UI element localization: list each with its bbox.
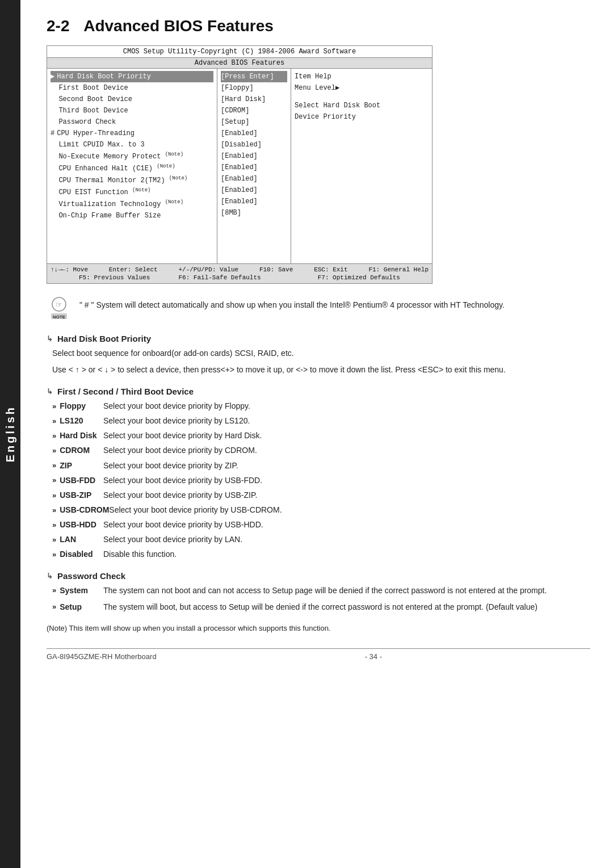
section-arrow-icon: ↳ <box>47 334 53 343</box>
boot-device-title: ↳ First / Second / Third Boot Device <box>47 387 590 396</box>
bios-row: On-Chip Frame Buffer Size <box>51 210 213 221</box>
boot-item-name: LAN <box>60 533 76 546</box>
bullet-arrow-icon: » <box>52 400 56 412</box>
password-check-title: ↳ Password Check <box>47 571 590 581</box>
boot-item-disabled: » Disabled Disable this function. <box>52 548 590 561</box>
bullet-arrow-icon: » <box>52 415 56 427</box>
footer-failsafe: F6: Fail-Safe Defaults <box>178 274 261 281</box>
boot-item-desc: Select your boot device priority by Flop… <box>103 400 590 413</box>
bios-value-row: [Enabled] <box>221 162 287 173</box>
boot-item-desc: Select your boot device priority by USB-… <box>103 474 590 487</box>
row-value: [Hard Disk] <box>221 94 266 104</box>
bios-footer: ↑↓→←: Move Enter: Select +/-/PU/PD: Valu… <box>47 264 432 283</box>
password-item-system: » System The system can not boot and can… <box>52 584 590 597</box>
svg-text:☞: ☞ <box>56 300 62 309</box>
footer-save: F10: Save <box>259 266 293 273</box>
boot-item-name: LS120 <box>60 414 83 427</box>
bios-body: ▶ Hard Disk Boot Priority First Boot Dev… <box>47 69 432 264</box>
bios-right-panel: Item Help Menu Level▶ Select Hard Disk B… <box>291 69 432 263</box>
boot-item-name: USB-CDROM <box>60 504 109 517</box>
hard-disk-title: ↳ Hard Disk Boot Priority <box>47 334 590 343</box>
password-item-setup: » Setup The system will boot, but access… <box>52 601 590 614</box>
bios-screen: CMOS Setup Utility-Copyright (C) 1984-20… <box>47 45 433 284</box>
boot-device-body: » Floppy Select your boot device priorit… <box>52 400 590 561</box>
note-icon: ☞ NOTE <box>47 296 72 321</box>
boot-item-desc: Select your boot device priority by LAN. <box>103 533 590 546</box>
footer-prev: F5: Previous Values <box>79 274 150 281</box>
row-value: [8MB] <box>221 208 241 218</box>
bios-row: Password Check <box>51 116 213 128</box>
bios-footer-row2: F5: Previous Values F6: Fail-Safe Defaul… <box>51 274 429 282</box>
bullet-arrow-icon: » <box>52 548 56 560</box>
hard-disk-para1: Select boot sequence for onboard(or add-… <box>52 347 590 360</box>
row-value: [Enabled] <box>221 151 258 161</box>
bullet-arrow-icon: » <box>52 445 56 456</box>
boot-item-desc: Select your boot device priority by ZIP. <box>103 459 590 472</box>
bios-value-row: [Hard Disk] <box>221 94 287 105</box>
boot-item-desc: Select your boot device priority by USB-… <box>103 518 590 531</box>
bios-row: Virtualization Technology (Note) <box>51 198 213 210</box>
bios-row: # CPU Hyper-Threading <box>51 128 213 139</box>
help-menu-level: Menu Level▶ <box>295 82 429 94</box>
footer-value: +/-/PU/PD: Value <box>178 266 238 273</box>
row-value: [Press Enter] <box>221 72 274 82</box>
row-label: On-Chip Frame Buffer Size <box>51 211 213 221</box>
bullet-arrow-icon: » <box>52 474 56 486</box>
row-value: [Enabled] <box>221 162 258 173</box>
hard-disk-section: ↳ Hard Disk Boot Priority Select boot se… <box>47 334 590 376</box>
bottom-note: (Note) This item will show up when you i… <box>47 624 590 632</box>
bios-header-sub: Advanced BIOS Features <box>47 58 432 69</box>
note-svg-icon: ☞ NOTE <box>47 296 72 321</box>
bios-value-row: [Disabled] <box>221 139 287 150</box>
boot-item-lan: » LAN Select your boot device priority b… <box>52 533 590 546</box>
footer-move: ↑↓→←: Move <box>51 266 88 273</box>
bios-value-row: [Enabled] <box>221 184 287 196</box>
bios-row: ▶ Hard Disk Boot Priority <box>51 71 213 82</box>
row-label: Third Boot Device <box>51 106 213 116</box>
page-footer: GA-8I945GZME-RH Motherboard - 34 - <box>47 648 590 661</box>
password-check-title-text: Password Check <box>57 571 125 581</box>
boot-item-usbfdd: » USB-FDD Select your boot device priori… <box>52 474 590 487</box>
row-value: [Enabled] <box>221 128 258 139</box>
bullet-arrow-icon: » <box>52 519 56 531</box>
bios-row: CPU Thermal Monitor 2(TM2) (Note) <box>51 174 213 186</box>
boot-item-ls120: » LS120 Select your boot device priority… <box>52 414 590 427</box>
bios-row: First Boot Device <box>51 82 213 94</box>
boot-device-title-text: First / Second / Third Boot Device <box>57 387 194 396</box>
boot-item-desc: Select your boot device priority by CDRO… <box>103 444 590 457</box>
bullet-arrow-icon: » <box>52 601 56 613</box>
password-item-desc: The system will boot, but access to Setu… <box>103 601 590 614</box>
section-name: Advanced BIOS Features <box>83 17 274 35</box>
row-label: CPU Thermal Monitor 2(TM2) (Note) <box>51 175 213 186</box>
row-label: Limit CPUID Max. to 3 <box>51 140 213 150</box>
boot-item-desc: Disable this function. <box>103 548 590 561</box>
boot-item-desc: Select your boot device priority by LS12… <box>103 414 590 427</box>
boot-item-floppy: » Floppy Select your boot device priorit… <box>52 400 590 413</box>
boot-item-name: USB-FDD <box>60 474 95 487</box>
row-value: [Enabled] <box>221 185 258 195</box>
footer-exit: ESC: Exit <box>314 266 347 273</box>
row-label: Virtualization Technology (Note) <box>51 199 213 209</box>
row-value: [Setup] <box>221 117 249 127</box>
boot-device-section: ↳ First / Second / Third Boot Device » F… <box>47 387 590 561</box>
bios-row: CPU EIST Function (Note) <box>51 186 213 198</box>
note-text: " # " System will detect automatically a… <box>79 296 505 311</box>
bios-row: CPU Enhanced Halt (C1E) (Note) <box>51 162 213 174</box>
hard-disk-title-text: Hard Disk Boot Priority <box>57 334 151 343</box>
section-arrow-icon3: ↳ <box>47 572 53 580</box>
boot-item-name: ZIP <box>60 459 72 472</box>
row-label: Second Boot Device <box>51 94 213 104</box>
bios-value-row: [Enabled] <box>221 173 287 184</box>
section-arrow-icon2: ↳ <box>47 387 53 396</box>
boot-item-name: USB-ZIP <box>60 489 91 502</box>
row-label: First Boot Device <box>51 83 213 93</box>
row-value: [Disabled] <box>221 140 262 150</box>
boot-item-harddisk: » Hard Disk Select your boot device prio… <box>52 429 590 442</box>
hard-disk-para2: Use < ↑ > or < ↓ > to select a device, t… <box>52 363 590 376</box>
svg-text:NOTE: NOTE <box>53 315 66 320</box>
row-label: No-Execute Memory Protect (Note) <box>51 151 213 162</box>
bios-row: Second Boot Device <box>51 94 213 105</box>
bullet-arrow-icon: » <box>52 430 56 442</box>
boot-item-name: USB-HDD <box>60 518 96 531</box>
row-label: Password Check <box>51 117 213 127</box>
